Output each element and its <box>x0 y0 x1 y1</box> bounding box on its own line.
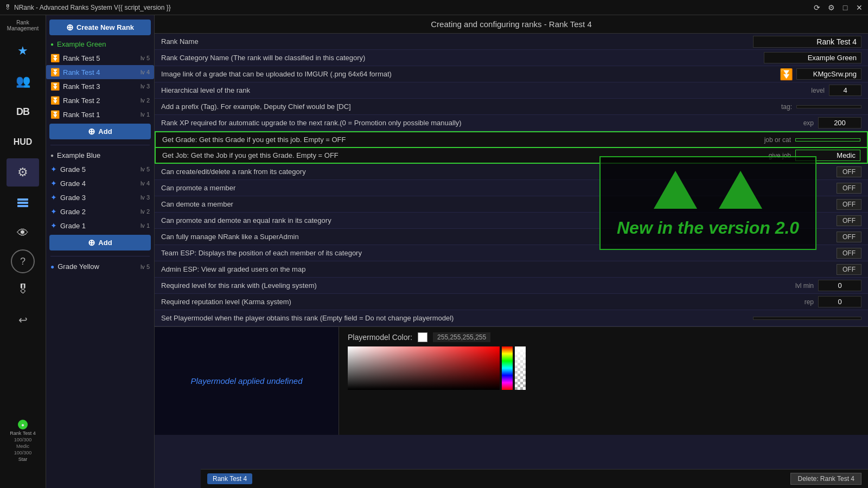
grade-label-3: Grade 3 <box>60 194 86 202</box>
grade-icon-1: ✦ <box>50 221 57 230</box>
xp-value[interactable]: 200 <box>818 117 861 129</box>
hierarchical-value[interactable]: 4 <box>829 85 861 96</box>
playermodel-value[interactable] <box>753 317 861 320</box>
playermodel-preview-text: Playermodel applied undefined <box>191 376 303 386</box>
req-rep-label: Required reputation level (Karma system) <box>161 296 770 308</box>
sidebar-icon-star[interactable]: ★ <box>7 37 39 65</box>
rank-name-value[interactable]: Rank Test 4 <box>753 36 861 48</box>
color-picker-area[interactable] <box>348 346 859 401</box>
rank-item-rank-test-3[interactable]: ⏬ Rank Test 3 lv 3 <box>46 79 154 93</box>
promote-demote-equal-toggle[interactable]: OFF <box>837 215 861 226</box>
config-row-req-rep: Required reputation level (Karma system)… <box>155 294 868 310</box>
category-example-green[interactable]: ● Example Green <box>46 37 154 51</box>
grade-label-4: Grade 4 <box>60 179 86 188</box>
bottom-bar: Rank Test 4 Delete: Rank Test 4 <box>201 469 868 488</box>
add-plus-icon-blue: ⊕ <box>88 237 95 248</box>
rank-item-grade-4[interactable]: ✦ Grade 4 lv 4 <box>46 176 154 190</box>
online-indicator: ● <box>18 420 28 429</box>
arrows-row <box>651 168 765 211</box>
get-grade-label: Get Grade: Get this Grade if you get thi… <box>162 133 748 146</box>
category-blue-dot: ● <box>50 152 54 158</box>
maximize-button[interactable]: □ <box>841 3 850 12</box>
rank-label-3: Rank Test 3 <box>63 82 100 91</box>
team-esp-toggle[interactable]: OFF <box>837 248 861 259</box>
color-white-box[interactable] <box>418 332 427 342</box>
playermodel-section: Playermodel applied undefined Playermode… <box>155 326 868 435</box>
grade-icon-4: ✦ <box>50 179 57 188</box>
color-gradient-box[interactable] <box>348 346 500 390</box>
sidebar-title: Rank Management <box>0 20 46 31</box>
rank-item-rank-test-1[interactable]: ⏬ Rank Test 1 lv 1 <box>46 107 154 121</box>
sidebar-icon-users[interactable]: 👥 <box>7 67 39 95</box>
close-button[interactable]: ✕ <box>855 3 864 12</box>
config-row-image: Image link of a grade that can be upload… <box>155 66 868 82</box>
prefix-value[interactable] <box>796 105 861 108</box>
playermodel-color-section: Playermodel Color: 255,255,255,255 <box>339 327 868 435</box>
delete-rank-button[interactable]: Delete: Rank Test 4 <box>790 473 861 485</box>
create-new-rank-button[interactable]: ⊕ Create New Rank <box>49 20 151 35</box>
grade-level-2: lv 2 <box>141 208 150 215</box>
plus-icon: ⊕ <box>66 22 73 33</box>
sidebar-icon-hud[interactable]: HUD <box>7 128 39 156</box>
req-level-key: lvl min <box>770 282 814 290</box>
rank-item-grade-2[interactable]: ✦ Grade 2 lv 2 <box>46 204 154 219</box>
rank-item-rank-test-2[interactable]: ⏬ Rank Test 2 lv 2 <box>46 93 154 107</box>
can-demote-toggle[interactable]: OFF <box>837 199 861 210</box>
admin-esp-label: Admin ESP: View all graded users on the … <box>161 263 837 275</box>
image-link-value[interactable]: KMgcSrw.png <box>796 68 861 80</box>
sidebar-icon-question[interactable]: ? <box>11 249 35 273</box>
config-row-req-level: Required level for this rank with (Level… <box>155 278 868 294</box>
config-row-admin-esp: Admin ESP: View all graded users on the … <box>155 261 868 278</box>
rank-item-grade-yellow[interactable]: ● Grade Yellow lv 5 <box>46 260 154 273</box>
admin-esp-toggle[interactable]: OFF <box>837 264 861 275</box>
can-promote-toggle[interactable]: OFF <box>837 183 861 194</box>
rank-item-rank-test-5[interactable]: ⏬ Rank Test 5 lv 5 <box>46 51 154 65</box>
arrow-right-icon <box>716 168 765 211</box>
sidebar-icon-gear[interactable]: ⚙ <box>7 158 39 187</box>
grade-yellow-level: lv 5 <box>141 264 150 270</box>
fully-manage-toggle[interactable]: OFF <box>837 232 861 242</box>
grade-level-4: lv 4 <box>141 180 150 187</box>
new-version-overlay: New in the version 2.0 <box>599 156 816 250</box>
sidebar-icon-db[interactable]: DB <box>7 98 39 126</box>
refresh-button[interactable]: ⟳ <box>813 3 821 12</box>
config-row-hierarchical: Hierarchical level of the rank level 4 <box>155 82 868 99</box>
category-blue-label: Example Blue <box>57 151 100 159</box>
svg-rect-1 <box>17 202 28 204</box>
rank-item-grade-3[interactable]: ✦ Grade 3 lv 3 <box>46 190 154 204</box>
rank-item-grade-5[interactable]: ✦ Grade 5 lv 5 <box>46 162 154 176</box>
grade-level-1: lv 1 <box>141 222 150 229</box>
rank-test-label: Rank Test 4 <box>10 431 35 436</box>
color-spectrum-bar[interactable] <box>502 346 513 390</box>
rank-label-2: Rank Test 2 <box>63 97 100 105</box>
rank-level-4: lv 4 <box>141 69 150 75</box>
xp-label: Rank XP required for automatic upgrade t… <box>161 117 770 129</box>
add-rank-green-button[interactable]: ⊕ Add <box>49 124 151 139</box>
add-plus-icon: ⊕ <box>88 126 95 137</box>
sidebar-icon-layers[interactable] <box>7 189 39 217</box>
color-alpha-bar[interactable] <box>515 346 526 390</box>
sidebar-icon-eye[interactable]: 👁 <box>7 219 39 247</box>
svg-marker-3 <box>654 171 697 209</box>
category-example-blue[interactable]: ● Example Blue <box>46 149 154 162</box>
sidebar-icon-ranks[interactable]: 🎖 <box>7 275 39 304</box>
get-grade-key: job or cat <box>748 136 791 144</box>
req-level-value[interactable]: 0 <box>818 280 861 291</box>
rank-item-rank-test-4[interactable]: ⏬ Rank Test 4 lv 4 <box>46 65 154 79</box>
svg-rect-0 <box>17 198 28 201</box>
rank-name-label: Rank Name <box>161 35 753 48</box>
main-header: Creating and configuring ranks - Rank Te… <box>155 15 868 34</box>
medic-label: Medic <box>16 444 29 449</box>
rank-level-2: lv 2 <box>141 97 150 104</box>
settings-button[interactable]: ⚙ <box>827 3 835 12</box>
app-title: NRank - Advanced Ranks System V{{ script… <box>14 4 171 11</box>
get-grade-value[interactable] <box>795 138 860 142</box>
add-rank-blue-button[interactable]: ⊕ Add <box>49 235 151 251</box>
rank-item-grade-1[interactable]: ✦ Grade 1 lv 1 <box>46 219 154 233</box>
config-row-prefix: Add a prefix (Tag). For example, Deputy … <box>155 99 868 115</box>
star-label: Star <box>18 457 28 462</box>
req-rep-value[interactable]: 0 <box>818 296 861 307</box>
sidebar-icon-export[interactable]: ↩ <box>7 306 39 334</box>
rank-category-value[interactable]: Example Green <box>764 52 861 63</box>
can-create-toggle[interactable]: OFF <box>837 166 861 177</box>
